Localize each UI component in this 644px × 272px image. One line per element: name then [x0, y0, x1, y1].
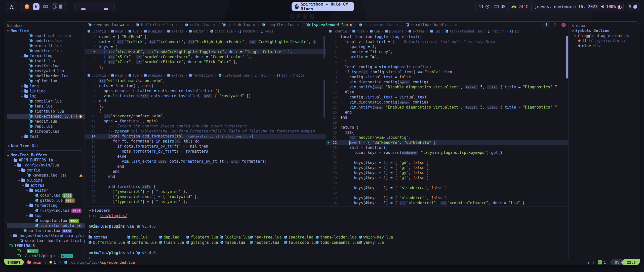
volume-widget[interactable]: 100% [597, 2, 624, 11]
code-line[interactable]: 11 opts = function(_, opts) [85, 119, 326, 124]
code-line[interactable]: 12 --- Extend the conform plugin config … [85, 124, 326, 129]
tab-page-1[interactable]: 1 [542, 22, 551, 28]
code-line[interactable]: 4 source = "if_many", [326, 49, 568, 54]
tab-close-icon[interactable]: ✕ [396, 23, 398, 27]
breadcrumb-item[interactable]: nvim [352, 29, 365, 33]
neovim-icon[interactable]: V [33, 3, 39, 10]
neotree-git-header[interactable]: Neo-Tree Git [7, 143, 85, 148]
code-line[interactable]: 34 keys[#keys + 1] = { [1]"<leader>cil",… [326, 200, 568, 206]
editor-pane-lsp-extended[interactable]: .config❯nvim❯lua❯plugins❯extras❯lsp❯lsp-… [326, 28, 568, 206]
code-line[interactable]: 18 [326, 120, 568, 125]
code-line[interactable]: 14 local function add_formatters(tbl :ta… [85, 134, 326, 139]
code-line[interactable]: 13 config.virtual_text = virtual_text [326, 95, 568, 100]
code-line[interactable]: 6 { [1]"<leader>uC", [2]"<cmd>CccHighlig… [85, 49, 326, 54]
breadcrumb-item[interactable]: {}[2] [277, 73, 288, 77]
scrollbar-handle[interactable] [324, 36, 325, 58]
code-line[interactable]: 14 vim.diagnostic.config(opts: config) [326, 100, 568, 105]
breadcrumb-item[interactable]: extras [167, 29, 184, 33]
tree-item-keymaps-lua[interactable]: keymaps.lua#10 [7, 173, 85, 178]
code-line[interactable]: 26 keys[#keys + 1] = { "gd", false } [326, 160, 568, 165]
code-line[interactable]: 30 [326, 180, 568, 185]
code-line[interactable]: 18 else [85, 154, 326, 159]
tab-close-icon[interactable]: ✕ [127, 23, 129, 27]
tree-item-config[interactable]: config [7, 168, 85, 173]
code-line[interactable]: ●22 event = { "BufReadPre", "BufNewFile"… [326, 140, 568, 145]
window-preview-dot[interactable] [81, 8, 86, 10]
code-line[interactable]: 6 } [326, 59, 568, 64]
breadcrumb-item[interactable]: {}keys [260, 29, 273, 33]
tab-lsp-extended-lua[interactable]: lsp-extended.lua [303, 22, 355, 28]
tree-item-rustywind-lua[interactable]: rustywind.lua#726 [7, 208, 85, 213]
code-line[interactable]: 16 end [326, 110, 568, 115]
tree-item-isort-lua[interactable]: isort.lua [7, 58, 85, 63]
code-line[interactable]: 33 keys[#keys + 1] = { "<leader>cl", fal… [326, 195, 568, 200]
tree-item-terminals[interactable]: ›_TERMINALS [7, 243, 85, 248]
breadcrumb-item[interactable]: plugins [385, 29, 404, 33]
tree-item-extras[interactable]: extras [7, 183, 85, 188]
tab-close-icon[interactable]: ✕ [176, 23, 178, 27]
breadcrumb-item[interactable]: formatting [189, 73, 213, 77]
breadcrumb-item[interactable]: plugins [144, 73, 162, 77]
tree-item-undotree-lua[interactable]: undotree.lua [7, 38, 85, 43]
floaterm-panel[interactable]: Floaterm ❯ cd lua/plugins/nvim/lua/plugi… [85, 206, 568, 259]
code-line[interactable]: 21 [1]"neovim/nvim-lspconfig", [326, 135, 568, 140]
tab-close-icon[interactable]: ✕ [297, 23, 299, 27]
code-line[interactable]: 10 vim.diagnostic.config(opts: config) [326, 80, 568, 85]
code-line[interactable]: 29 keys[#keys + 1] = { "gI", false } [326, 175, 568, 180]
code-line[interactable]: 16 if opts.formatters_by_ft[ft] == nil t… [85, 144, 326, 149]
breadcrumb-item[interactable]: .config [329, 29, 347, 33]
code-line[interactable]: 27 ["typescript"] = { "rustywind" }, [85, 199, 326, 204]
breadcrumb-item[interactable]: ƒopts [293, 73, 304, 77]
code-line[interactable]: 6 vim.list_extend(dst: opts.ensure_insta… [85, 93, 326, 98]
tree-item-github-lua[interactable]: github.lua#654 [7, 198, 85, 203]
code-line[interactable]: 3[1]"williamboman/mason.nvim", [85, 78, 326, 83]
firefox-icon[interactable] [25, 4, 29, 9]
tree-item-repl-lua[interactable]: repl.lua [7, 124, 85, 129]
tree-item-color-lua[interactable]: color.lua#493 [7, 193, 85, 198]
code-line[interactable]: 8 if type(v: config.virtual_text) == "ta… [326, 70, 568, 75]
breadcrumb-item[interactable]: extras [167, 73, 184, 77]
tree-item-editor[interactable]: editor [7, 188, 85, 193]
breadcrumb-item[interactable]: lsp [430, 29, 440, 33]
code-line[interactable]: 24 add_formatters(tbl: { [85, 184, 326, 189]
outline-symbol-else[interactable]: elseelse [572, 43, 640, 48]
tree-item-lsp-extended-lu[interactable]: lsp-extended.lu[+] [7, 114, 85, 119]
tree-item-lsp-extended-lu[interactable]: lsp-extended.lu[+] [7, 223, 85, 228]
breadcrumb-item[interactable]: {}return [238, 29, 255, 33]
tab-scrollbar-handle-[interactable]: scrollbar-handle-…✕ [402, 22, 460, 28]
tree-item-linting[interactable]: linting [7, 89, 85, 94]
outline-symbol-if[interactable]: ifif type(config.vi [572, 38, 640, 43]
scrollbar-handle[interactable] [324, 80, 325, 118]
tab-color-lua[interactable]: color.lua✕ [182, 22, 219, 28]
breadcrumb-item[interactable]: {}return [254, 73, 271, 77]
breadcrumb-item[interactable]: {}return [487, 29, 504, 33]
updates-widget[interactable]: 11 [475, 2, 493, 11]
code-line[interactable]: 25 ["javascript"] = { "rustywind" }, [85, 189, 326, 194]
scrollbar-handle[interactable] [566, 36, 568, 79]
tree-item-open-buffers-in-[interactable]: OPEN BUFFERS in ~ [7, 158, 85, 163]
code-line[interactable]: 3event = { "BufRead" }, [85, 34, 326, 39]
tree-item-lang[interactable]: lang [7, 84, 85, 89]
code-line[interactable]: 3 spacing = 4, [326, 44, 568, 49]
tab-close-icon[interactable]: ✕ [253, 23, 255, 27]
breadcrumb-item[interactable]: plugins [144, 29, 162, 33]
tree-item--[interactable]: ›_~#2859 [7, 248, 85, 253]
outline-section-header[interactable]: Symbols Outline [572, 28, 640, 33]
code-line[interactable]: 20 end [85, 164, 326, 169]
code-line[interactable]: 31 keys[#keys + 1] = { "<leader>ca", fal… [326, 185, 568, 190]
code-line[interactable]: 11 vim.notify(msg: "Disable diagnostics … [326, 85, 568, 90]
editor-pane-color[interactable]: .config❯nvim❯lua❯plugins❯extras❯editor❯c… [85, 28, 326, 72]
breadcrumb-item[interactable]: rustywind.lua [219, 73, 249, 77]
breadcrumb-item[interactable]: {}[1] [510, 29, 521, 33]
code-line[interactable]: 9{ [85, 109, 326, 114]
code-line[interactable]: 5 opts.ensure_installed = opts.ensure_in… [85, 88, 326, 93]
tree-item-compiler-lua[interactable]: compiler.lua#682 [7, 218, 85, 223]
code-line[interactable]: 32 [326, 190, 568, 195]
code-line[interactable]: 26 ["javascriptreact"] = { "rustywind" }… [85, 194, 326, 199]
tab-rustywind-lua[interactable]: rustywind.lua✕ [356, 22, 402, 28]
code-line[interactable]: 23 [85, 179, 326, 184]
tree-item-plugins[interactable]: plugins [7, 178, 85, 183]
code-line[interactable]: 15 for ft, formatters in pairs(t: tbl) d… [85, 139, 326, 144]
window-preview-dot[interactable] [104, 8, 108, 10]
tree-item-neodim-lua[interactable]: neodim.lua [7, 119, 85, 124]
